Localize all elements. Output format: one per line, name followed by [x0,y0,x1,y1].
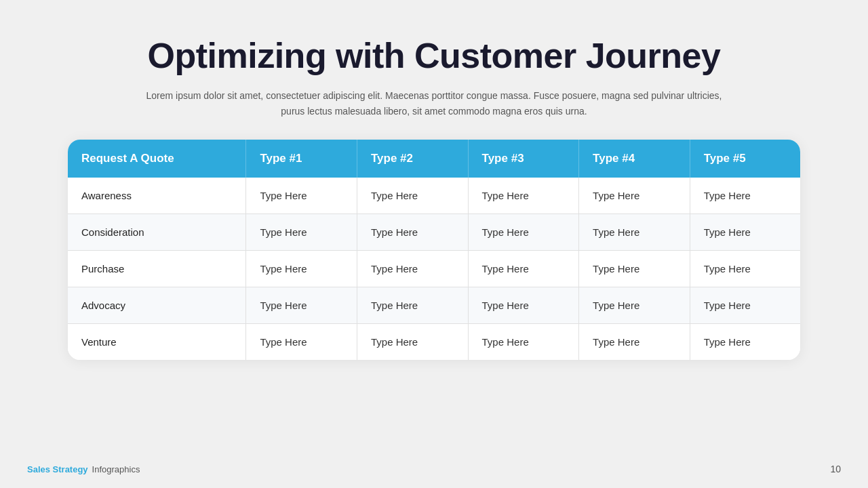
row-cell: Type Here [357,251,468,287]
page-title: Optimizing with Customer Journey [148,35,721,76]
row-cell: Type Here [690,287,800,324]
row-cell: Type Here [690,178,800,214]
row-cell: Type Here [357,178,468,214]
row-cell: Type Here [246,214,357,251]
row-cell: Type Here [579,324,690,361]
table-row: PurchaseType HereType HereType HereType … [68,251,800,287]
header-col3: Type #3 [468,140,579,178]
header-col0: Request A Quote [68,140,246,178]
page-number: 10 [830,464,841,474]
header-col1: Type #1 [246,140,357,178]
row-label: Advocacy [68,287,246,324]
header-col5: Type #5 [690,140,800,178]
row-label: Consideration [68,214,246,251]
page-subtitle: Lorem ipsum dolor sit amet, consectetuer… [142,88,726,119]
row-cell: Type Here [579,214,690,251]
row-label: Venture [68,324,246,361]
header-col4: Type #4 [579,140,690,178]
row-cell: Type Here [690,324,800,361]
footer-sub: Infographics [92,464,140,474]
row-cell: Type Here [357,214,468,251]
row-cell: Type Here [690,214,800,251]
table-row: AwarenessType HereType HereType HereType… [68,178,800,214]
header-col2: Type #2 [357,140,468,178]
table-row: VentureType HereType HereType HereType H… [68,324,800,361]
row-label: Purchase [68,251,246,287]
row-cell: Type Here [468,251,579,287]
row-cell: Type Here [246,178,357,214]
row-cell: Type Here [357,324,468,361]
row-cell: Type Here [468,178,579,214]
footer-brand: Sales Strategy [27,464,88,474]
footer: Sales Strategy Infographics [27,464,140,474]
row-label: Awareness [68,178,246,214]
comparison-table: Request A Quote Type #1 Type #2 Type #3 … [68,140,800,360]
row-cell: Type Here [690,251,800,287]
row-cell: Type Here [246,324,357,361]
row-cell: Type Here [579,251,690,287]
table-header-row: Request A Quote Type #1 Type #2 Type #3 … [68,140,800,178]
row-cell: Type Here [246,287,357,324]
row-cell: Type Here [468,287,579,324]
row-cell: Type Here [579,178,690,214]
table-card: Request A Quote Type #1 Type #2 Type #3 … [68,140,800,360]
row-cell: Type Here [357,287,468,324]
row-cell: Type Here [246,251,357,287]
row-cell: Type Here [468,324,579,361]
row-cell: Type Here [468,214,579,251]
table-row: ConsiderationType HereType HereType Here… [68,214,800,251]
table-row: AdvocacyType HereType HereType HereType … [68,287,800,324]
row-cell: Type Here [579,287,690,324]
